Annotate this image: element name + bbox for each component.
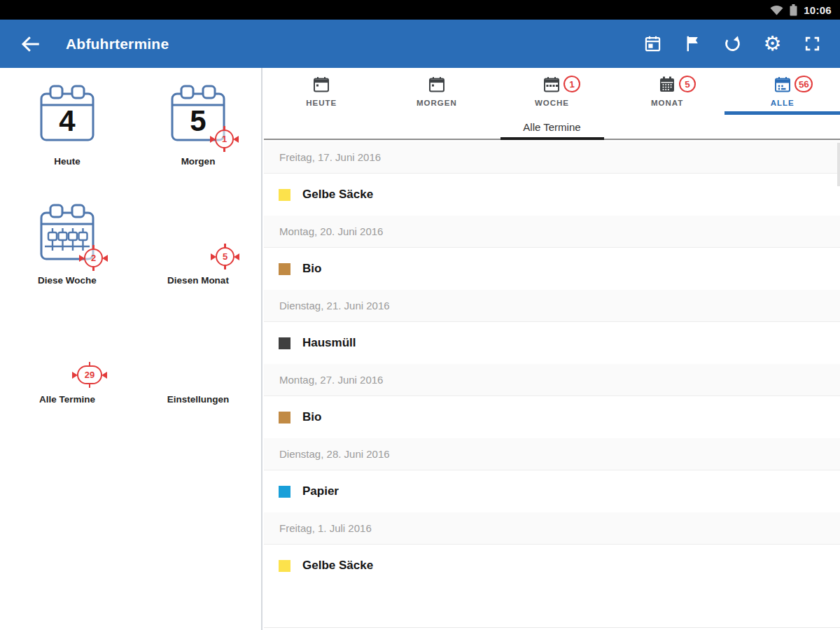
- date-header: Freitag, 1. Juli 2016: [264, 512, 840, 545]
- calendar-day-icon: 4: [39, 84, 95, 144]
- list-item-label: Gelbe Säcke: [302, 559, 373, 573]
- day-number: 5: [190, 104, 206, 137]
- sidebar-item-heute[interactable]: 4 Heute: [11, 83, 123, 168]
- calendar-month-icon: [658, 76, 676, 94]
- count-badge: 2: [84, 248, 103, 267]
- calendar-outline-icon: [312, 76, 330, 94]
- bottom-divider: [264, 627, 840, 628]
- date-header: Dienstag, 21. Juni 2016: [264, 290, 840, 322]
- calendar-week-icon: [542, 76, 561, 94]
- sidebar-item-label: Diese Woche: [11, 275, 123, 286]
- calendar-all-icon: [774, 76, 792, 94]
- tab-bar: HEUTE MORGEN: [264, 68, 840, 115]
- category-color-swatch: [279, 263, 290, 275]
- tab-label: WOCHE: [535, 99, 569, 107]
- list-item[interactable]: Bio: [264, 396, 840, 438]
- tab-monat[interactable]: MONAT 5: [610, 68, 725, 115]
- category-color-swatch: [279, 412, 290, 424]
- date-header: Freitag, 17. Juni 2016: [264, 141, 840, 174]
- list-item[interactable]: Hausmüll: [264, 322, 840, 364]
- list-group: Dienstag, 28. Juni 2016 Papier: [264, 438, 840, 512]
- sidebar: 4 Heute 5 1 Morgen: [0, 68, 262, 630]
- list-group: Montag, 20. Juni 2016 Bio: [264, 216, 840, 290]
- list-group: Freitag, 1. Juli 2016 Gelbe Säcke: [264, 512, 840, 587]
- list-group: Dienstag, 21. Juni 2016 Hausmüll: [264, 290, 840, 364]
- arrow-back-icon[interactable]: [20, 34, 41, 55]
- status-bar: 10:06: [0, 0, 840, 20]
- settings-icon[interactable]: ⚙: [763, 34, 782, 53]
- category-color-swatch: [279, 337, 290, 349]
- day-number: 4: [59, 104, 76, 137]
- count-badge: 29: [77, 365, 102, 384]
- list-item[interactable]: Gelbe Säcke: [264, 545, 840, 587]
- category-color-swatch: [279, 189, 290, 201]
- content-area: 4 Heute 5 1 Morgen: [0, 68, 840, 630]
- tab-label: HEUTE: [306, 99, 337, 107]
- date-header: Montag, 20. Juni 2016: [264, 216, 840, 248]
- abfuhrtermine-app: 10:06 Abfuhrtermine ⚙: [0, 0, 840, 630]
- scrollbar-thumb[interactable]: [837, 143, 840, 186]
- sidebar-item-label: Einstellungen: [142, 394, 254, 405]
- tab-heute[interactable]: HEUTE: [264, 68, 379, 115]
- refresh-icon[interactable]: [723, 34, 742, 53]
- sidebar-item-label: Morgen: [142, 156, 254, 167]
- sidebar-item-label: Heute: [11, 156, 123, 167]
- page-title: Abfuhrtermine: [66, 36, 169, 52]
- count-badge: 1: [563, 75, 581, 93]
- pager-title-label: Alle Termine: [523, 121, 580, 133]
- count-badge: 1: [215, 130, 234, 148]
- category-color-swatch: [279, 486, 290, 498]
- wifi-icon: [770, 4, 783, 15]
- date-header: Dienstag, 28. Juni 2016: [264, 438, 840, 470]
- tab-label: ALLE: [771, 99, 794, 107]
- list-group: Freitag, 17. Juni 2016 Gelbe Säcke: [264, 141, 840, 216]
- flag-icon[interactable]: [683, 34, 702, 53]
- battery-icon: [790, 4, 797, 16]
- count-badge: 5: [678, 75, 696, 93]
- tab-alle[interactable]: ALLE 56: [724, 68, 840, 115]
- tab-label: MONAT: [651, 99, 683, 107]
- list-item-label: Gelbe Säcke: [302, 188, 373, 202]
- list-item-label: Hausmüll: [302, 336, 356, 350]
- list-item[interactable]: Bio: [264, 248, 840, 290]
- tab-morgen[interactable]: MORGEN: [379, 68, 495, 115]
- count-badge: 5: [216, 247, 234, 266]
- tab-woche[interactable]: WOCHE 1: [494, 68, 610, 115]
- app-bar-actions: ⚙: [643, 34, 840, 53]
- termine-list: Freitag, 17. Juni 2016 Gelbe Säcke Monta…: [264, 141, 840, 630]
- sidebar-item-label: Alle Termine: [11, 394, 123, 405]
- sidebar-item-einstellungen[interactable]: Einstellungen: [142, 321, 254, 406]
- list-item[interactable]: Gelbe Säcke: [264, 174, 840, 216]
- status-time: 10:06: [804, 4, 832, 16]
- date-range-icon[interactable]: [643, 34, 662, 53]
- count-badge: 56: [794, 75, 813, 93]
- pager-title[interactable]: Alle Termine: [264, 115, 840, 140]
- list-item-label: Bio: [302, 410, 321, 424]
- fullscreen-icon[interactable]: [803, 34, 822, 53]
- calendar-outline-icon: [428, 76, 446, 94]
- tab-label: MORGEN: [416, 99, 457, 107]
- main-panel: HEUTE MORGEN: [264, 68, 840, 630]
- date-header: Montag, 27. Juni 2016: [264, 364, 840, 396]
- list-item-label: Papier: [302, 484, 339, 498]
- list-item[interactable]: Papier: [264, 470, 840, 512]
- pager-title-underline: [500, 137, 604, 140]
- list-group: Montag, 27. Juni 2016 Bio: [264, 364, 840, 438]
- category-color-swatch: [279, 560, 290, 572]
- sidebar-item-diesen-monat[interactable]: 5 Diesen Monat: [142, 202, 254, 287]
- list-item-label: Bio: [302, 262, 321, 276]
- sidebar-item-diese-woche[interactable]: 2 Diese Woche: [11, 202, 123, 287]
- app-bar: Abfuhrtermine ⚙: [0, 20, 840, 68]
- sidebar-item-morgen[interactable]: 5 1 Morgen: [142, 83, 254, 168]
- sidebar-item-label: Diesen Monat: [142, 275, 254, 286]
- sidebar-item-alle-termine[interactable]: 29 Alle Termine: [11, 321, 123, 406]
